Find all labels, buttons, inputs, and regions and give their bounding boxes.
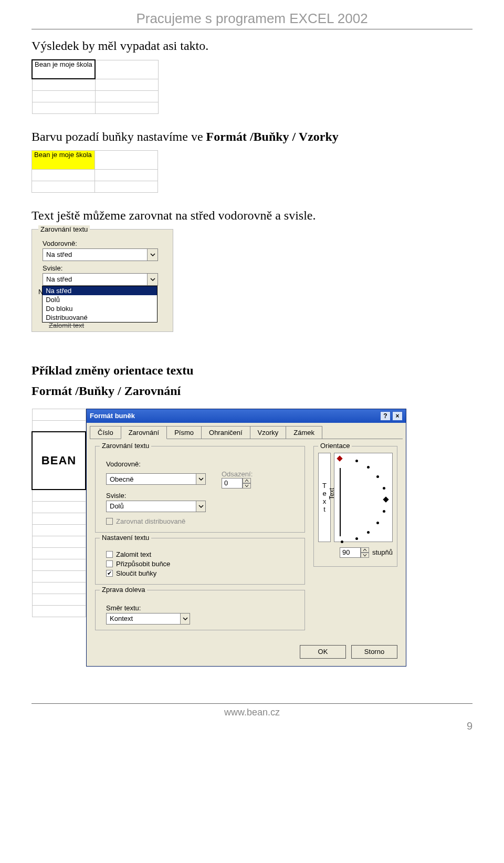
spin-up-icon[interactable]	[361, 547, 369, 553]
dialog-tabs: Číslo Zarovnání Písmo Ohraničení Vzorky …	[87, 423, 406, 439]
paragraph-3: Text ještě můžeme zarovnat na střed vodo…	[32, 209, 472, 223]
fieldset-alignment: Zarovnání textu Vodorovně: Obecně Odsaze…	[95, 446, 305, 533]
checkbox-merge[interactable]: ✔	[106, 570, 113, 577]
smer-combo[interactable]: Kontext	[106, 613, 190, 625]
checkbox-distributed-label: Zarovnat distribuovaně	[116, 517, 185, 525]
vert-combo-value: Na střed	[46, 275, 72, 283]
odsazeni-label: Odsazení:	[222, 470, 253, 478]
dialog-title: Formát buněk	[90, 412, 135, 420]
dropdown-option-selected[interactable]: Na střed	[43, 286, 157, 295]
tab-zamek[interactable]: Zámek	[286, 426, 322, 439]
chevron-down-icon[interactable]	[196, 501, 205, 512]
page-header-title: Pracujeme s programem EXCEL 2002	[32, 11, 472, 27]
dialog-titlebar[interactable]: Formát buněk ? ×	[87, 409, 406, 423]
paragraph-2a: Barvu pozadí buňky nastavíme ve	[32, 130, 206, 143]
checkbox-distributed	[106, 518, 113, 525]
checkbox-merge-label: Sloučit buňky	[116, 569, 156, 577]
groupbox-label: Zarovnání textu	[38, 225, 90, 233]
page-number: 9	[32, 720, 472, 732]
excel-snippet-3: BEAN	[32, 409, 86, 617]
chevron-down-icon[interactable]	[196, 474, 205, 484]
orientation-box: Orientace Text Text	[313, 446, 397, 567]
dropdown-option[interactable]: Distribuované	[43, 313, 157, 322]
cell-bean-text[interactable]: Bean je moje škola	[32, 60, 95, 79]
paragraph-2-bold: Formát /Buňky / Vzorky	[206, 130, 339, 143]
orientation-arc[interactable]: Text	[334, 453, 393, 542]
dropdown-option[interactable]: Do bloku	[43, 304, 157, 313]
help-icon[interactable]: ?	[380, 411, 391, 421]
paragraph-2: Barvu pozadí buňky nastavíme ve Formát /…	[32, 130, 472, 144]
alignment-groupbox: Zarovnání textu Vodorovně: Na střed Svis…	[32, 229, 173, 332]
chevron-down-icon[interactable]	[147, 249, 158, 261]
tab-pismo[interactable]: Písmo	[166, 426, 202, 439]
vert-combo[interactable]: Na střed	[43, 273, 158, 286]
checkbox-shrink[interactable]	[106, 560, 113, 567]
spin-up-icon[interactable]	[243, 478, 251, 483]
checkbox-wrap-label: Zalomit text	[116, 550, 151, 558]
paragraph-4-heading: Příklad změny orientace textu	[32, 363, 472, 378]
odsazeni-spinner[interactable]	[222, 478, 253, 488]
chevron-down-icon[interactable]	[147, 274, 158, 285]
dlg-horiz-combo[interactable]: Obecně	[106, 473, 206, 485]
format-cells-dialog: Formát buněk ? × Číslo Zarovnání Písmo O…	[86, 409, 406, 667]
footer-url: www.bean.cz	[32, 704, 472, 720]
smer-label: Směr textu:	[106, 604, 298, 612]
fieldset-text-settings: Nastavení textu Zalomit text Přizpůsobit…	[95, 538, 305, 585]
horiz-combo[interactable]: Na střed	[43, 248, 158, 261]
dlg-vert-value: Dolů	[110, 502, 124, 510]
tab-zarovnani[interactable]: Zarovnání	[121, 426, 167, 439]
bean-rotated-text: BEAN	[41, 454, 76, 467]
orientation-handle-icon[interactable]	[337, 455, 342, 461]
excel-snippet-2: Bean je moje škola	[32, 150, 472, 193]
smer-value: Kontext	[110, 615, 133, 622]
fieldset-text-settings-label: Nastavení textu	[100, 534, 151, 542]
fieldset-rtl-label: Zprava doleva	[100, 586, 147, 594]
orientation-label: Orientace	[318, 442, 352, 450]
excel-snippet-1: Bean je moje škola	[32, 59, 472, 114]
horiz-label: Vodorovně:	[43, 240, 166, 247]
dlg-vert-combo[interactable]: Dolů	[106, 501, 206, 512]
degrees-input[interactable]	[340, 547, 361, 558]
arc-text-label: Text	[328, 487, 335, 499]
fieldset-rtl: Zprava doleva Směr textu: Kontext	[95, 590, 305, 630]
dlg-horiz-value: Obecně	[110, 475, 134, 483]
odsazeni-input[interactable]	[222, 478, 243, 488]
degrees-label: stupňů	[372, 548, 393, 556]
dlg-vert-label: Svisle:	[106, 492, 298, 500]
paragraph-1: Výsledek by měl vypadat asi takto.	[32, 39, 472, 53]
tab-vzorky[interactable]: Vzorky	[250, 426, 287, 439]
checkbox-shrink-label: Přizpůsobit buňce	[116, 560, 170, 568]
spin-down-icon[interactable]	[361, 553, 369, 558]
truncated-zalomit: Zalomit text	[49, 321, 166, 329]
degrees-spinner[interactable]	[340, 547, 369, 558]
bean-rotated-cell[interactable]: BEAN	[32, 432, 86, 490]
close-icon[interactable]: ×	[392, 411, 403, 421]
fieldset-alignment-label: Zarovnání textu	[100, 442, 151, 450]
cancel-button[interactable]: Storno	[351, 645, 397, 659]
spin-down-icon[interactable]	[243, 483, 251, 488]
ok-button[interactable]: OK	[300, 645, 346, 659]
vert-label: Svisle:	[43, 264, 166, 272]
tab-ohraniceni[interactable]: Ohraničení	[201, 426, 250, 439]
header-divider	[32, 29, 472, 29]
vert-dropdown-open[interactable]: Na střed Dolů Do bloku Distribuované	[42, 286, 158, 323]
chevron-down-icon[interactable]	[180, 614, 190, 624]
checkbox-wrap[interactable]	[106, 551, 113, 558]
cell-bean-text-yellow[interactable]: Bean je moje škola	[32, 150, 95, 169]
orientation-0-icon[interactable]	[383, 496, 388, 502]
paragraph-5: Formát /Buňky / Zarovnání	[32, 384, 472, 398]
horiz-combo-value: Na střed	[46, 251, 72, 258]
dlg-horiz-label: Vodorovně:	[106, 460, 298, 468]
tab-cislo[interactable]: Číslo	[90, 426, 121, 439]
dropdown-option[interactable]: Dolů	[43, 295, 157, 304]
